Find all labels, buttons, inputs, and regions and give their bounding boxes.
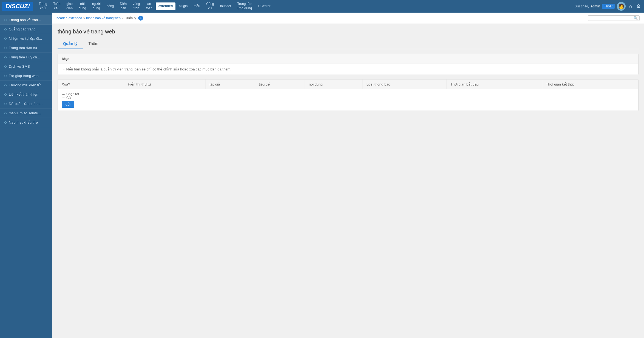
layout: Thông báo về tran...Quảng cáo trang ...N… [0, 13, 644, 338]
sidebar-item-label: Trung tâm đạo cụ [9, 46, 37, 50]
sidebar-dot [4, 28, 7, 30]
sidebar-item-de-xuat[interactable]: Đề xuất của quản t... [0, 99, 52, 109]
th-xoa: Xóa? [58, 79, 124, 89]
sidebar-item-label: Nhiệm vụ tại địa đi... [9, 36, 42, 41]
nav-item-giao-dien[interactable]: giao diện [64, 0, 75, 12]
settings-icon[interactable]: ⚙ [635, 2, 642, 10]
select-all-text: Chọn tấtCả [66, 92, 79, 100]
tip-text: Nếu bạn không phải là quản trị viên tran… [63, 67, 633, 71]
username-text: admin [591, 4, 600, 8]
nav-item-vong-tron[interactable]: vòng tròn [130, 0, 143, 12]
sidebar: Thông báo về tran...Quảng cáo trang ...N… [0, 13, 52, 338]
sidebar-dot [4, 19, 7, 21]
breadcrumb: header_extended » thông báo về trang web… [52, 13, 644, 24]
th-tac-gia: tác giả [206, 79, 255, 89]
th-hien-thi-thu-tu: Hiển thị thứ tự [124, 79, 206, 89]
sidebar-item-label: Đề xuất của quản t... [9, 102, 42, 106]
select-all-label[interactable]: Chọn tấtCả [62, 92, 79, 100]
sidebar-item-label: Dịch vụ SMS [9, 64, 30, 69]
nav-item-noi-dung[interactable]: nội dung [76, 0, 89, 12]
nav-item-nguoi-dung[interactable]: người dùng [89, 0, 103, 12]
breadcrumb-current: Quản lý [125, 16, 136, 20]
sidebar-dot [4, 47, 7, 49]
nav-item-cong-cu[interactable]: Công cụ [203, 0, 217, 12]
avatar[interactable]: 🧑 [617, 2, 626, 11]
submit-button[interactable]: gửi [62, 101, 74, 108]
greeting-text: Xin chào, [575, 4, 589, 8]
nav-item-extended[interactable]: extended [156, 2, 176, 10]
nav-item-plugin[interactable]: plugin [176, 2, 190, 10]
nav-item-mau[interactable]: mẫu [191, 2, 203, 10]
table-header: Xóa?Hiển thị thứ tựtác giảtiêu đềnội dun… [58, 79, 638, 89]
sidebar-item-menu-misc[interactable]: menu_misc_relate... [0, 109, 52, 118]
content-area: thông báo về trang web Quản lýThêm Mẹo N… [52, 24, 644, 115]
sidebar-item-tro-giup[interactable]: Trợ giúp trang web [0, 71, 52, 81]
sidebar-item-label: Quảng cáo trang ... [9, 27, 39, 31]
nav-item-trung-tam-ung-dung[interactable]: Trung tâm ứng dụng [234, 0, 255, 12]
top-navigation: DISCUZ! Trang chủToàn cầugiao diệnnội du… [0, 0, 644, 13]
table-card: Xóa?Hiển thị thứ tựtác giảtiêu đềnội dun… [58, 79, 639, 111]
sidebar-item-thong-bao-trang[interactable]: Thông báo về tran... [0, 15, 52, 25]
sidebar-dot [4, 66, 7, 68]
search-icon[interactable]: 🔍 [634, 16, 638, 20]
sidebar-dot [4, 93, 7, 96]
th-tieu-de: tiêu đề [255, 79, 305, 89]
sidebar-item-label: Thương mại điện tử [9, 83, 40, 87]
sidebar-dot [4, 38, 7, 40]
sidebar-item-trung-tam-dao-cu[interactable]: Trung tâm đạo cụ [0, 43, 52, 53]
sidebar-item-thuong-mai[interactable]: Thương mại điện tử [0, 81, 52, 90]
tab-quan-ly[interactable]: Quản lý [58, 39, 83, 49]
sidebar-item-label: Trợ giúp trang web [9, 74, 39, 78]
nav-item-toan-cau[interactable]: Toàn cầu [50, 0, 63, 12]
sidebar-dot [4, 56, 7, 58]
sidebar-item-nhiem-vu[interactable]: Nhiệm vụ tại địa đi... [0, 34, 52, 43]
table-header-row: Xóa?Hiển thị thứ tựtác giảtiêu đềnội dun… [58, 79, 638, 89]
nav-item-an-toan[interactable]: an toàn [143, 0, 155, 12]
logo[interactable]: DISCUZ! [2, 2, 33, 11]
th-noi-dung: nội dung [305, 79, 363, 89]
nav-item-ucenter[interactable]: UCenter [256, 2, 273, 10]
tips-card: Mẹo Nếu bạn không phải là quản trị viên … [58, 54, 639, 75]
nav-item-founder[interactable]: founder [217, 2, 234, 10]
nav-item-trang-chu[interactable]: Trang chủ [36, 0, 50, 12]
sidebar-item-lien-ket[interactable]: Liên kết thân thiện [0, 90, 52, 99]
sidebar-item-nap-mat-khau[interactable]: Nạp mật khẩu thẻ [0, 118, 52, 127]
logout-button[interactable]: Thoát [602, 4, 615, 9]
search-box: 🔍 [588, 15, 640, 21]
table-action-row: Chọn tấtCả gửi [58, 89, 638, 111]
data-table: Xóa?Hiển thị thứ tựtác giảtiêu đềnội dun… [58, 79, 638, 111]
tips-card-header: Mẹo [58, 54, 638, 64]
sidebar-item-label: Nạp mật khẩu thẻ [9, 120, 38, 124]
breadcrumb-link-1[interactable]: header_extended [56, 16, 82, 20]
home-icon[interactable]: ⌂ [628, 2, 633, 10]
select-all-cell: Chọn tấtCả gửi [62, 92, 120, 108]
sidebar-item-quang-cao[interactable]: Quảng cáo trang ... [0, 25, 52, 34]
nav-item-cong[interactable]: cổng [104, 2, 117, 10]
nav-items: Trang chủToàn cầugiao diệnnội dungngười … [36, 0, 575, 12]
main-content: header_extended » thông báo về trang web… [52, 13, 644, 338]
sidebar-item-dich-vu-sms[interactable]: Dịch vụ SMS [0, 62, 52, 71]
table-body: Chọn tấtCả gửi [58, 89, 638, 111]
sidebar-item-label: Liên kết thân thiện [9, 92, 38, 96]
tab-them[interactable]: Thêm [83, 39, 104, 49]
table-action-cell: Chọn tấtCả gửi [58, 89, 124, 111]
sidebar-dot [4, 121, 7, 124]
sidebar-dot [4, 84, 7, 86]
select-all-checkbox[interactable] [62, 94, 65, 98]
tabs: Quản lýThêm [58, 39, 639, 49]
sidebar-dot [4, 112, 7, 114]
breadcrumb-add-button[interactable]: + [138, 16, 143, 21]
sidebar-item-label: menu_misc_relate... [9, 111, 41, 115]
sidebar-dot [4, 103, 7, 105]
search-input[interactable] [590, 16, 634, 20]
th-thoi-gian-ket-thuc: Thời gian kết thúc [542, 79, 638, 89]
th-loai-thong-bao: Loại thông báo [362, 79, 446, 89]
nav-item-dien-dan[interactable]: Diễn đàn [117, 0, 129, 12]
sidebar-item-trung-tam-huy-ch[interactable]: Trung tâm Huy ch... [0, 53, 52, 62]
page-title: thông báo về trang web [58, 28, 639, 35]
user-info: Xin chào, admin Thoát [575, 4, 615, 9]
sidebar-dot [4, 75, 7, 77]
sidebar-item-label: Thông báo về tran... [9, 18, 41, 22]
tips-card-body: Nếu bạn không phải là quản trị viên tran… [58, 64, 638, 75]
breadcrumb-link-2[interactable]: thông báo về trang web [86, 16, 121, 20]
